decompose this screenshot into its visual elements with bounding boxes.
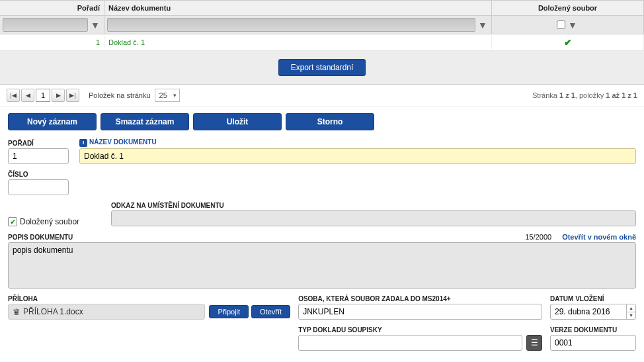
input-datum[interactable]	[550, 304, 636, 320]
popis-counter: 15/2000	[525, 233, 551, 241]
open-button[interactable]: Otevřít	[251, 305, 290, 318]
label-popis: POPIS DOKUMENTU	[8, 234, 73, 241]
grid-filter-row: ▼ ▼ ▼	[0, 16, 644, 34]
filter-input-nazev[interactable]	[107, 18, 475, 32]
cell-dolozeny: ✔	[492, 34, 644, 50]
filter-icon[interactable]: ▼	[477, 19, 489, 32]
input-poradi[interactable]	[8, 148, 69, 164]
label-priloha: PŘÍLOHA	[8, 295, 290, 302]
checkbox-dolozeny[interactable]: ✔	[8, 217, 17, 226]
grid-footer: Export standardní	[0, 51, 644, 85]
label-cislo: ČÍSLO	[8, 171, 69, 178]
input-cislo[interactable]	[8, 179, 69, 195]
input-odkaz[interactable]	[111, 210, 636, 226]
grid-header: Pořadí Název dokumentu Doložený soubor	[0, 0, 644, 16]
label-verze: VERZE DOKUMENTU	[550, 326, 636, 334]
attach-button[interactable]: Připojit	[209, 305, 249, 318]
input-typ-dokladu[interactable]	[298, 335, 522, 351]
label-odkaz: ODKAZ NA UMÍSTĚNÍ DOKUMENTU	[111, 202, 636, 209]
delete-button[interactable]: Smazat záznam	[101, 113, 189, 130]
label-nazev: iNÁZEV DOKUMENTU	[79, 138, 636, 147]
pager-next-button[interactable]: ▶	[52, 89, 65, 102]
cancel-button[interactable]: Storno	[286, 113, 374, 130]
textarea-popis[interactable]	[8, 242, 636, 289]
pager-items-select[interactable]: 25	[155, 89, 180, 102]
label-osoba: OSOBA, KTERÁ SOUBOR ZADALA DO MS2014+	[298, 295, 542, 302]
filter-checkbox-dolozeny[interactable]	[557, 21, 565, 29]
table-row[interactable]: 1 Doklad č. 1 ✔	[0, 34, 644, 51]
pager-info: Stránka 1 z 1, položky 1 až 1 z 1	[532, 91, 637, 99]
filter-icon[interactable]: ▼	[567, 19, 579, 32]
pager-page-input[interactable]	[36, 89, 50, 102]
export-button[interactable]: Export standardní	[278, 59, 366, 76]
pager-items-label: Položek na stránku	[89, 91, 151, 99]
chevron-down-icon: ▼	[626, 312, 635, 320]
certificate-icon: ♛	[13, 307, 20, 317]
grid-header-poradi[interactable]: Pořadí	[0, 1, 104, 15]
input-verze[interactable]	[550, 335, 636, 351]
pager-bar: |◀ ◀ ▶ ▶| Položek na stránku 25 Stránka …	[0, 85, 644, 107]
date-spinner[interactable]: ▲▼	[626, 304, 635, 319]
cell-poradi: 1	[0, 36, 104, 49]
info-icon: i	[79, 139, 87, 147]
label-datum: DATUM VLOŽENÍ	[550, 295, 636, 302]
filter-icon[interactable]: ▼	[89, 19, 101, 32]
input-nazev[interactable]	[79, 148, 636, 164]
grid-header-dolozeny[interactable]: Doložený soubor	[492, 1, 644, 15]
open-new-window-link[interactable]: Otevřít v novém okně	[562, 233, 636, 241]
priloha-file-display: ♛ PŘÍLOHA 1.docx	[8, 304, 205, 320]
input-osoba[interactable]	[298, 304, 542, 320]
filter-input-poradi[interactable]	[3, 18, 88, 32]
check-icon: ✔	[564, 37, 572, 48]
lookup-button[interactable]: ☰	[526, 335, 542, 351]
list-icon: ☰	[531, 338, 538, 347]
chevron-up-icon: ▲	[626, 304, 635, 312]
toolbar: Nový záznam Smazat záznam Uložit Storno	[0, 107, 644, 136]
label-typ-dokladu: TYP DOKLADU SOUPISKY	[298, 326, 542, 334]
new-button[interactable]: Nový záznam	[8, 113, 97, 130]
pager-prev-button[interactable]: ◀	[21, 89, 34, 102]
cell-nazev: Doklad č. 1	[104, 36, 492, 49]
form-area: POŘADÍ iNÁZEV DOKUMENTU ČÍSLO ✔ Doložený…	[0, 136, 644, 359]
save-button[interactable]: Uložit	[193, 113, 282, 130]
label-poradi: POŘADÍ	[8, 140, 69, 147]
pager-first-button[interactable]: |◀	[7, 89, 20, 102]
label-dolozeny: Doložený soubor	[20, 217, 79, 226]
grid-header-nazev[interactable]: Název dokumentu	[104, 1, 492, 15]
pager-last-button[interactable]: ▶|	[66, 89, 79, 102]
